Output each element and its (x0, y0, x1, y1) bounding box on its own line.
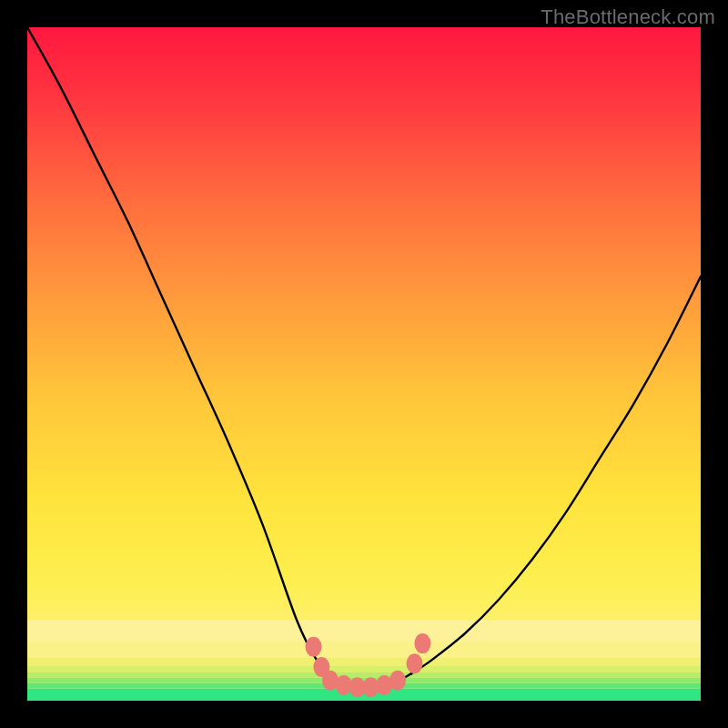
valley-marker (306, 637, 322, 657)
chart-plot-area (27, 27, 701, 701)
watermark-text: TheBottleneck.com (541, 5, 715, 29)
bottleneck-curve-chart (27, 27, 701, 701)
gradient-background (27, 27, 701, 701)
valley-marker (407, 653, 423, 673)
color-band (27, 620, 701, 642)
color-band (27, 666, 701, 672)
color-band (27, 658, 701, 666)
valley-marker (414, 633, 430, 653)
color-band (27, 672, 701, 678)
valley-marker (389, 671, 406, 691)
color-band (27, 642, 701, 658)
chart-frame: TheBottleneck.com (0, 0, 728, 728)
